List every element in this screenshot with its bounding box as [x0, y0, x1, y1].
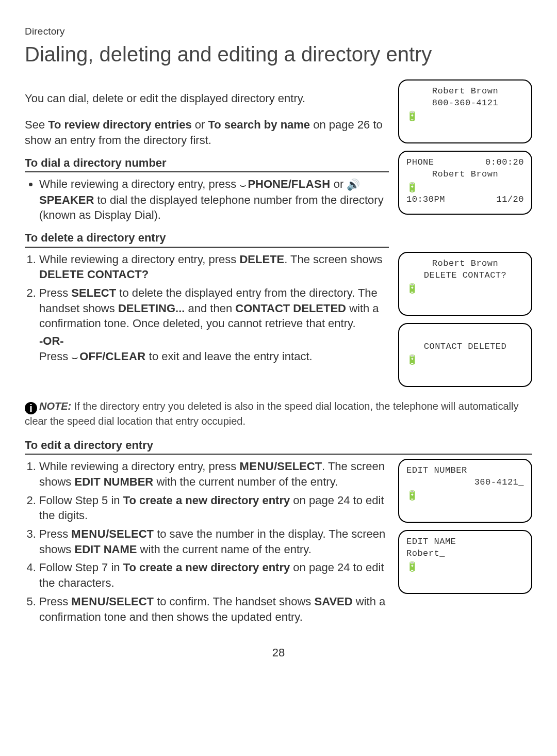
edit-step-5: Press MENU/SELECT to confirm. The handse…: [39, 594, 389, 624]
dialing-time: 10:30PM: [406, 194, 445, 206]
battery-icon: 🔋: [406, 354, 418, 366]
edit-step-4: Follow Step 7 in To create a new directo…: [39, 560, 389, 590]
delete-or-line: Press ⌣OFF/CLEAR to exit and leave the e…: [39, 349, 389, 364]
subhead-delete: To delete a directory entry: [25, 230, 389, 248]
screen-entry: Robert Brown 800-360-4121 🔋: [398, 79, 532, 143]
battery-icon: 🔋: [406, 110, 418, 123]
battery-icon: 🔋: [406, 490, 418, 502]
confirm-name: Robert Brown: [406, 258, 524, 270]
phone-icon: ⌣: [239, 179, 247, 190]
screen-contact-deleted: CONTACT DELETED 🔋: [398, 323, 532, 387]
phone-flash-button-label: PHONE/FLASH: [248, 178, 330, 190]
dialing-name: Robert Brown: [406, 169, 524, 181]
confirm-prompt: DELETE CONTACT?: [406, 270, 524, 282]
subhead-edit: To edit a directory entry: [25, 438, 532, 455]
off-clear-button-label: OFF/CLEAR: [79, 350, 145, 363]
screen-dialing: PHONE 0:00:20 Robert Brown 🔋 10:30PM 11/…: [398, 151, 532, 215]
screen-edit-name: EDIT NAME Robert_ 🔋: [398, 530, 532, 594]
select-button-label: SELECT: [71, 286, 116, 299]
dialing-status: PHONE: [406, 157, 434, 169]
section-label: Directory: [25, 25, 532, 38]
deleted-msg: CONTACT DELETED: [406, 341, 524, 353]
delete-step-2: Press SELECT to delete the displayed ent…: [39, 285, 389, 364]
crossref-review: To review directory entries: [48, 118, 191, 131]
crossref-create-entry: To create a new directory entry: [123, 494, 290, 507]
screen-delete-confirm: Robert Brown DELETE CONTACT? 🔋: [398, 252, 532, 316]
note: iNOTE: If the directory entry you delete…: [25, 399, 532, 428]
hangup-icon: ⌣: [71, 351, 78, 363]
battery-icon: 🔋: [406, 283, 418, 295]
entry-name: Robert Brown: [406, 86, 524, 98]
battery-icon: 🔋: [406, 561, 418, 573]
dialing-date: 11/20: [496, 194, 524, 206]
intro-line2: See To review directory entries or To se…: [25, 117, 389, 148]
info-icon: i: [25, 402, 37, 414]
intro-line1: You can dial, delete or edit the display…: [25, 91, 389, 106]
editname-value: Robert_: [406, 548, 524, 560]
page-number: 28: [25, 645, 532, 661]
menu-select-button-label: MENU/SELECT: [239, 460, 322, 473]
editnum-title: EDIT NUMBER: [406, 465, 524, 477]
subhead-dial: To dial a directory number: [25, 155, 389, 173]
battery-icon: 🔋: [406, 182, 418, 194]
crossref-search: To search by name: [208, 118, 310, 131]
delete-button-label: DELETE: [239, 253, 284, 266]
screen-edit-number: EDIT NUMBER 360-4121_ 🔋: [398, 459, 532, 523]
delete-step-1: While reviewing a directory entry, press…: [39, 252, 389, 282]
dial-bullet: While reviewing a directory entry, press…: [39, 176, 389, 223]
speaker-button-label: SPEAKER: [39, 194, 94, 206]
edit-step-1: While reviewing a directory entry, press…: [39, 459, 389, 489]
entry-number: 800-360-4121: [406, 98, 524, 109]
or-label: -OR-: [39, 333, 389, 349]
page-title: Dialing, deleting and editing a director…: [25, 40, 532, 68]
edit-step-3: Press MENU/SELECT to save the number in …: [39, 526, 389, 557]
dialing-timer: 0:00:20: [485, 157, 524, 169]
editnum-value: 360-4121_: [406, 477, 524, 489]
speaker-icon: 🔊: [347, 179, 360, 190]
edit-step-2: Follow Step 5 in To create a new directo…: [39, 493, 389, 523]
editname-title: EDIT NAME: [406, 536, 524, 548]
